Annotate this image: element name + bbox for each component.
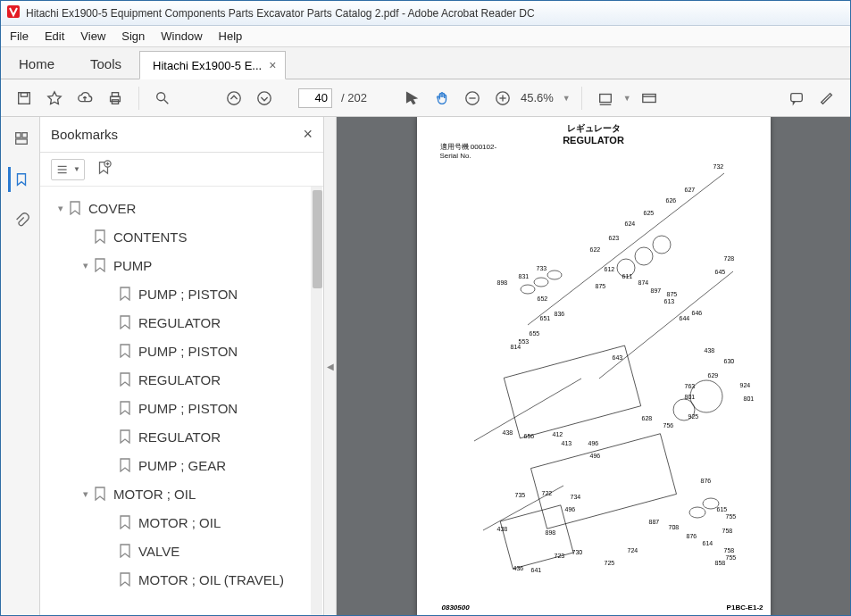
bookmark-label: COVER bbox=[88, 201, 136, 216]
panel-collapse-handle[interactable]: ◀ bbox=[324, 117, 337, 615]
menu-window[interactable]: Window bbox=[161, 29, 202, 43]
part-number-label: 612 bbox=[605, 266, 615, 272]
bookmark-item[interactable]: ▾PUMP bbox=[46, 251, 323, 279]
part-number-label: 925 bbox=[688, 413, 699, 420]
part-number-label: 622 bbox=[590, 246, 601, 253]
bookmarks-tree-scroll[interactable]: ▾COVERCONTENTS▾PUMPPUMP ; PISTONREGULATO… bbox=[40, 187, 323, 615]
menu-view[interactable]: View bbox=[80, 29, 105, 43]
part-number-label: 723 bbox=[555, 553, 565, 559]
part-number-label: 875 bbox=[596, 283, 606, 289]
bookmark-label: MOTOR ; OIL bbox=[113, 487, 196, 502]
part-number-label: 755 bbox=[726, 554, 737, 561]
svg-rect-20 bbox=[22, 133, 27, 137]
page-up-button[interactable] bbox=[221, 86, 246, 111]
bookmark-icon bbox=[119, 515, 131, 529]
bookmark-icon bbox=[94, 487, 106, 501]
svg-rect-19 bbox=[16, 133, 21, 137]
document-view[interactable]: レギュレータ REGULATOR 適用号機 000102- Serial No. bbox=[337, 117, 850, 615]
menu-file[interactable]: File bbox=[10, 29, 29, 43]
svg-line-7 bbox=[164, 99, 169, 104]
zoom-dropdown-icon[interactable]: ▼ bbox=[563, 94, 571, 103]
part-number-label: 728 bbox=[724, 255, 735, 262]
bookmark-item[interactable]: PUMP ; GEAR bbox=[46, 451, 323, 479]
part-number-label: 645 bbox=[715, 269, 726, 275]
page-number-input[interactable] bbox=[298, 88, 332, 108]
bookmark-item[interactable]: REGULATOR bbox=[46, 365, 323, 394]
menu-sign[interactable]: Sign bbox=[121, 29, 145, 43]
svg-point-28 bbox=[521, 285, 535, 294]
bookmark-label: CONTENTS bbox=[113, 229, 188, 245]
part-number-label: 725 bbox=[605, 560, 615, 566]
tab-tools[interactable]: Tools bbox=[72, 49, 139, 79]
part-number-label: 641 bbox=[531, 567, 542, 573]
part-number-label: 656 bbox=[524, 433, 535, 439]
part-number-label: 734 bbox=[571, 494, 581, 500]
comment-button[interactable] bbox=[784, 86, 809, 111]
bookmarks-panel-header: Bookmarks × bbox=[40, 117, 323, 153]
bookmark-icon bbox=[119, 572, 131, 587]
chevron-down-icon[interactable]: ▾ bbox=[78, 260, 94, 271]
bookmark-item[interactable]: PUMP ; PISTON bbox=[46, 279, 323, 308]
attachments-rail-button[interactable] bbox=[8, 208, 33, 233]
tab-bar: Home Tools Hitachi Ex1900-5 E... × bbox=[1, 47, 850, 79]
print-button[interactable] bbox=[103, 86, 128, 111]
bookmark-icon bbox=[69, 201, 81, 215]
zoom-in-button[interactable] bbox=[490, 86, 515, 111]
menu-edit[interactable]: Edit bbox=[45, 29, 64, 43]
part-number-label: 627 bbox=[685, 187, 696, 193]
bookmark-item[interactable]: PUMP ; PISTON bbox=[46, 394, 323, 422]
read-mode-button[interactable] bbox=[637, 86, 662, 111]
bookmark-item[interactable]: MOTOR ; OIL (TRAVEL) bbox=[46, 565, 323, 594]
thumbnails-rail-button[interactable] bbox=[8, 126, 33, 151]
chevron-down-icon[interactable]: ▾ bbox=[53, 203, 69, 214]
bookmark-item[interactable]: MOTOR ; OIL bbox=[46, 508, 323, 537]
part-number-label: 614 bbox=[703, 540, 713, 546]
bookmarks-rail-button[interactable] bbox=[8, 167, 33, 192]
menu-help[interactable]: Help bbox=[219, 29, 243, 43]
fit-dropdown-icon[interactable]: ▼ bbox=[623, 94, 631, 103]
bookmark-label: MOTOR ; OIL bbox=[138, 515, 221, 530]
chevron-down-icon[interactable]: ▾ bbox=[78, 488, 94, 500]
bookmark-item[interactable]: REGULATOR bbox=[46, 308, 323, 337]
bookmark-item[interactable]: ▾COVER bbox=[46, 194, 323, 222]
hand-tool-button[interactable] bbox=[430, 86, 455, 111]
search-button[interactable] bbox=[150, 86, 175, 111]
part-number-label: 623 bbox=[609, 235, 620, 241]
star-button[interactable] bbox=[42, 86, 67, 111]
part-number-label: 496 bbox=[588, 440, 599, 446]
part-number-label: 898 bbox=[497, 279, 508, 286]
bookmark-item[interactable]: VALVE bbox=[46, 537, 323, 565]
part-number-label: 438 bbox=[503, 429, 513, 436]
svg-point-37 bbox=[635, 247, 653, 265]
svg-point-39 bbox=[689, 507, 705, 518]
part-number-label: 897 bbox=[651, 287, 662, 294]
zoom-out-button[interactable] bbox=[460, 86, 485, 111]
svg-point-36 bbox=[653, 236, 671, 254]
tab-close-icon[interactable]: × bbox=[269, 58, 276, 72]
scrollbar-thumb[interactable] bbox=[313, 190, 322, 288]
fit-width-button[interactable] bbox=[593, 86, 618, 111]
bookmarks-panel-title: Bookmarks bbox=[51, 127, 118, 142]
part-number-label: 836 bbox=[555, 311, 565, 317]
part-number-label: 626 bbox=[666, 197, 677, 204]
part-number-label: 758 bbox=[724, 547, 735, 554]
bookmarks-panel-close-icon[interactable]: × bbox=[303, 125, 313, 144]
save-button[interactable] bbox=[12, 86, 37, 111]
part-number-label: 643 bbox=[613, 354, 623, 361]
bookmark-label: REGULATOR bbox=[138, 372, 221, 387]
select-tool-button[interactable] bbox=[399, 86, 424, 111]
tab-document-label: Hitachi Ex1900-5 E... bbox=[153, 59, 262, 72]
new-bookmark-button[interactable] bbox=[96, 160, 112, 179]
bookmark-item[interactable]: CONTENTS bbox=[46, 222, 323, 251]
tab-document[interactable]: Hitachi Ex1900-5 E... × bbox=[139, 51, 286, 79]
zoom-level-label[interactable]: 45.6% bbox=[521, 91, 554, 104]
part-number-label: 438 bbox=[705, 347, 715, 354]
bookmark-item[interactable]: REGULATOR bbox=[46, 422, 323, 451]
bookmark-item[interactable]: PUMP ; PISTON bbox=[46, 337, 323, 365]
sign-button[interactable] bbox=[814, 86, 839, 111]
bookmark-item[interactable]: ▾MOTOR ; OIL bbox=[46, 479, 323, 508]
tab-home[interactable]: Home bbox=[1, 49, 72, 79]
cloud-upload-button[interactable] bbox=[72, 86, 97, 111]
bookmark-options-button[interactable]: ▼ bbox=[51, 159, 85, 180]
page-down-button[interactable] bbox=[252, 86, 277, 111]
